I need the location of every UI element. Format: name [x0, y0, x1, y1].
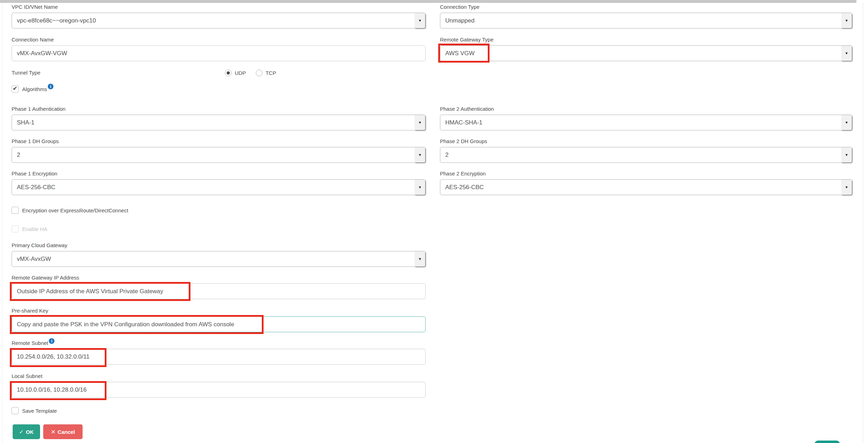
phase2-auth-select[interactable]: HMAC-SHA-1 ▼ — [440, 115, 852, 130]
chevron-down-icon[interactable]: ▼ — [415, 180, 425, 195]
remote-subnet-field: Remote Subneti — [12, 340, 426, 365]
ok-button[interactable]: ✓ OK — [13, 424, 40, 439]
radio-unselected-icon — [256, 70, 263, 76]
phase2-enc-label: Phase 2 Encryption — [440, 170, 852, 177]
local-subnet-input[interactable] — [12, 382, 426, 398]
check-icon: ✓ — [19, 429, 24, 435]
enable-ha-row: Enable HA — [12, 225, 47, 232]
phase2-enc-select[interactable]: AES-256-CBC ▼ — [440, 179, 852, 195]
phase1-dh-field: Phase 1 DH Groups 2 ▼ — [12, 138, 426, 163]
phase2-auth-field: Phase 2 Authentication HMAC-SHA-1 ▼ — [440, 105, 852, 130]
connection-name-label: Connection Name — [12, 36, 426, 43]
connection-name-field: Connection Name — [12, 36, 426, 61]
phase2-auth-value: HMAC-SHA-1 — [445, 115, 482, 130]
panel-left-border — [2, 3, 2, 443]
enable-ha-checkbox — [12, 225, 19, 232]
x-icon: ✕ — [51, 429, 56, 435]
connection-type-label: Connection Type — [440, 4, 852, 11]
phase1-auth-label: Phase 1 Authentication — [12, 105, 426, 113]
vpc-id-select[interactable]: vpc-e8fce68c~~oregon-vpc10 ▼ — [12, 13, 426, 28]
connection-type-field: Connection Type Unmapped ▼ — [440, 4, 852, 28]
phase2-dh-value: 2 — [445, 147, 448, 162]
remote-gateway-ip-label: Remote Gateway IP Address — [12, 274, 426, 281]
chevron-down-icon[interactable]: ▼ — [841, 46, 852, 61]
phase2-auth-label: Phase 2 Authentication — [440, 105, 852, 113]
phase1-enc-value: AES-256-CBC — [17, 180, 56, 195]
pre-shared-key-label: Pre-shared Key — [12, 307, 426, 314]
pre-shared-key-field: Pre-shared Key — [12, 307, 426, 332]
vpc-id-label: VPC ID/VNet Name — [12, 4, 426, 11]
tunnel-type-radios: UDP TCP — [225, 70, 286, 76]
chevron-down-icon[interactable]: ▼ — [415, 115, 425, 130]
remote-gateway-type-label: Remote Gateway Type — [440, 36, 852, 43]
primary-gateway-select[interactable]: vMX-AvxGW ▼ — [12, 251, 426, 267]
site2cloud-add-connection-form: VPC ID/VNet Name vpc-e8fce68c~~oregon-vp… — [0, 0, 868, 443]
chevron-down-icon[interactable]: ▼ — [841, 147, 852, 162]
chevron-down-icon[interactable]: ▼ — [841, 115, 852, 130]
remote-gateway-type-field: Remote Gateway Type AWS VGW ▼ — [440, 36, 852, 61]
primary-gateway-value: vMX-AvxGW — [17, 251, 51, 267]
form-actions: ✓ OK ✕ Cancel — [13, 424, 83, 439]
local-subnet-label: Local Subnet — [12, 373, 426, 380]
remote-gateway-type-select[interactable]: AWS VGW ▼ — [440, 45, 852, 61]
remote-subnet-input[interactable] — [12, 349, 426, 365]
save-template-checkbox[interactable] — [12, 407, 19, 414]
chevron-down-icon[interactable]: ▼ — [841, 180, 852, 195]
phase2-enc-value: AES-256-CBC — [445, 180, 484, 195]
phase1-enc-label: Phase 1 Encryption — [12, 170, 426, 177]
save-template-row[interactable]: Save Template — [12, 407, 57, 414]
chevron-down-icon[interactable]: ▼ — [415, 251, 425, 267]
phase1-auth-select[interactable]: SHA-1 ▼ — [12, 115, 426, 130]
connection-name-input[interactable] — [12, 45, 426, 61]
phase1-auth-field: Phase 1 Authentication SHA-1 ▼ — [12, 105, 426, 130]
phase1-dh-value: 2 — [17, 147, 20, 162]
pre-shared-key-input[interactable] — [12, 316, 426, 332]
tunnel-type-label: Tunnel Type — [12, 69, 426, 76]
phase2-dh-label: Phase 2 DH Groups — [440, 138, 852, 145]
help-chat-button-peek[interactable] — [815, 441, 840, 443]
encryption-over-er-label: Encryption over ExpressRoute/DirectConne… — [22, 207, 128, 213]
phase2-dh-field: Phase 2 DH Groups 2 ▼ — [440, 138, 852, 163]
save-template-label: Save Template — [22, 408, 57, 414]
vpc-id-value: vpc-e8fce68c~~oregon-vpc10 — [17, 13, 96, 28]
remote-gateway-ip-field: Remote Gateway IP Address — [12, 274, 426, 299]
tunnel-type-field: Tunnel Type — [12, 69, 426, 78]
phase1-dh-select[interactable]: 2 ▼ — [12, 147, 426, 163]
vpc-id-field: VPC ID/VNet Name vpc-e8fce68c~~oregon-vp… — [12, 4, 426, 28]
info-icon[interactable]: i — [49, 338, 54, 344]
phase1-auth-value: SHA-1 — [17, 115, 34, 130]
panel-right-border — [863, 3, 863, 443]
radio-selected-icon — [225, 70, 232, 76]
connection-type-value: Unmapped — [445, 13, 474, 28]
algorithms-checkbox[interactable] — [12, 85, 19, 92]
phase2-dh-select[interactable]: 2 ▼ — [440, 147, 852, 163]
encryption-over-er-checkbox[interactable] — [12, 207, 19, 214]
connection-type-select[interactable]: Unmapped ▼ — [440, 13, 852, 28]
encryption-over-er-row[interactable]: Encryption over ExpressRoute/DirectConne… — [12, 207, 128, 214]
primary-gateway-label: Primary Cloud Gateway — [12, 242, 426, 249]
primary-gateway-field: Primary Cloud Gateway vMX-AvxGW ▼ — [12, 242, 426, 267]
remote-subnet-label: Remote Subneti — [12, 340, 426, 347]
radio-tcp[interactable]: TCP — [256, 70, 276, 76]
chevron-down-icon[interactable]: ▼ — [415, 13, 425, 28]
top-divider-strip — [0, 0, 856, 3]
info-icon[interactable]: i — [48, 84, 53, 89]
phase1-enc-select[interactable]: AES-256-CBC ▼ — [12, 179, 426, 195]
local-subnet-field: Local Subnet — [12, 373, 426, 398]
phase2-enc-field: Phase 2 Encryption AES-256-CBC ▼ — [440, 170, 852, 195]
phase1-dh-label: Phase 1 DH Groups — [12, 138, 426, 145]
chevron-down-icon[interactable]: ▼ — [415, 147, 425, 162]
chevron-down-icon[interactable]: ▼ — [841, 13, 852, 28]
remote-gateway-ip-input[interactable] — [12, 283, 426, 299]
radio-udp[interactable]: UDP — [225, 70, 246, 76]
enable-ha-label: Enable HA — [22, 226, 47, 232]
phase1-enc-field: Phase 1 Encryption AES-256-CBC ▼ — [12, 170, 426, 195]
remote-gateway-type-value: AWS VGW — [445, 46, 474, 61]
algorithms-checkbox-row[interactable]: Algorithms i — [12, 85, 53, 92]
algorithms-label: Algorithms — [22, 86, 47, 92]
cancel-button[interactable]: ✕ Cancel — [43, 424, 83, 439]
